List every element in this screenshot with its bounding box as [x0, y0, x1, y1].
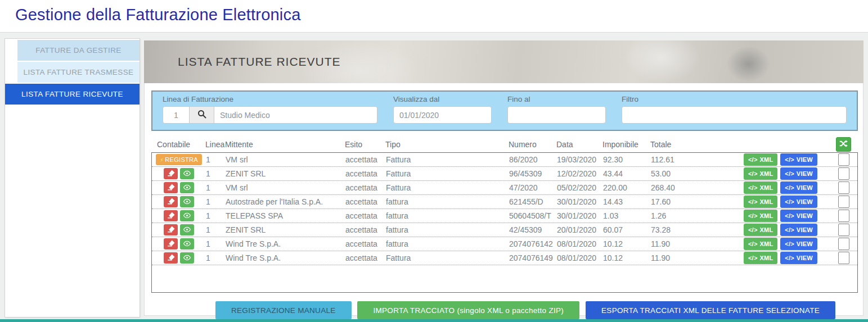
- col-header-esito: Esito: [345, 140, 385, 149]
- view-button[interactable]: </>VIEW: [780, 238, 817, 250]
- sidebar-item-lista-fatture-ricevute[interactable]: LISTA FATTURE RICEVUTE: [5, 84, 140, 105]
- row-checkbox[interactable]: [838, 153, 849, 166]
- view-button[interactable]: </>VIEW: [780, 167, 817, 180]
- delete-registration-button[interactable]: [164, 182, 178, 193]
- view-registration-button[interactable]: [180, 196, 194, 207]
- view-button[interactable]: </>VIEW: [780, 182, 817, 194]
- cell-totale: 268.40: [651, 183, 744, 192]
- registra-button[interactable]: ⚡ REGISTRA: [156, 154, 202, 165]
- code-icon: </>: [785, 170, 794, 177]
- delete-registration-button[interactable]: [164, 238, 178, 250]
- row-checkbox[interactable]: [838, 252, 849, 264]
- row-checkbox[interactable]: [838, 210, 849, 222]
- view-registration-button[interactable]: [180, 252, 194, 264]
- eye-icon: [183, 240, 191, 248]
- filter-from-group: Visualizza dal: [393, 95, 492, 124]
- date-from-input[interactable]: [393, 106, 492, 124]
- filter-text-label: Filtro: [622, 95, 847, 103]
- delete-registration-button[interactable]: [164, 252, 178, 264]
- cell-contabile: [152, 224, 206, 235]
- eraser-icon: [167, 240, 175, 248]
- cell-linea: 1: [206, 155, 226, 164]
- bottom-accent-bar: [0, 319, 868, 322]
- eye-icon: [183, 226, 191, 234]
- table-rows: ⚡ REGISTRA 1 VM srl accettata Fattura 86…: [152, 153, 857, 265]
- cell-actions: </>XML </>VIEW: [744, 224, 809, 236]
- view-registration-button[interactable]: [180, 238, 194, 250]
- view-button[interactable]: </>VIEW: [780, 210, 817, 222]
- sidebar-item-lista-fatture-trasmesse[interactable]: LISTA FATTURE TRASMESSE: [17, 62, 140, 83]
- cell-numero: 2074076149: [509, 253, 557, 262]
- delete-registration-button[interactable]: [164, 210, 178, 221]
- cell-tipo: fattura: [386, 239, 509, 248]
- row-checkbox[interactable]: [838, 238, 849, 250]
- xml-button[interactable]: </>XML: [744, 238, 777, 250]
- lightning-icon: ⚡: [160, 157, 164, 163]
- import-xml-button[interactable]: IMPORTA TRACCIATO (singolo XML o pacchet…: [357, 301, 579, 319]
- export-xml-button[interactable]: ESPORTA TRACCIATI XML DELLE FATTURE SELE…: [586, 301, 835, 319]
- cell-linea: 1: [206, 211, 226, 220]
- cell-imponibile: 14.43: [603, 197, 651, 206]
- xml-button[interactable]: </>XML: [744, 167, 777, 180]
- view-registration-button[interactable]: [180, 224, 194, 235]
- eye-icon: [183, 198, 191, 206]
- cell-totale: 1.26: [651, 211, 744, 220]
- xml-button[interactable]: </>XML: [744, 224, 777, 236]
- xml-button[interactable]: </>XML: [744, 252, 777, 264]
- view-registration-button[interactable]: [180, 210, 194, 221]
- delete-registration-button[interactable]: [164, 168, 178, 179]
- view-button-label: VIEW: [797, 184, 813, 191]
- delete-registration-button[interactable]: [164, 224, 178, 235]
- filter-to-label: Fino al: [507, 95, 606, 103]
- view-button[interactable]: </>VIEW: [780, 224, 817, 236]
- eye-icon: [183, 212, 191, 220]
- row-checkbox[interactable]: [838, 182, 849, 194]
- cell-imponibile: 60.07: [603, 225, 651, 234]
- xml-button[interactable]: </>XML: [744, 182, 777, 194]
- linea-name-input[interactable]: [214, 106, 377, 124]
- view-button-label: VIEW: [797, 212, 813, 219]
- xml-button[interactable]: </>XML: [744, 210, 777, 222]
- linea-code-input[interactable]: [163, 106, 190, 124]
- panel-content: Linea di Fatturazione Visualizza dal: [144, 83, 863, 316]
- code-icon: </>: [748, 241, 758, 247]
- view-button[interactable]: </>VIEW: [780, 252, 817, 264]
- cell-checkbox: [830, 153, 857, 166]
- main-layout: FATTURE DA GESTIRE LISTA FATTURE TRASMES…: [0, 33, 868, 319]
- shuffle-icon: [839, 140, 848, 149]
- row-checkbox[interactable]: [838, 167, 849, 180]
- xml-button[interactable]: </>XML: [744, 153, 777, 166]
- cell-imponibile: 10.12: [603, 253, 651, 262]
- cell-esito: accettata: [345, 183, 386, 192]
- sidebar-item-fatture-da-gestire[interactable]: FATTURE DA GESTIRE: [17, 40, 140, 61]
- row-checkbox[interactable]: [838, 224, 849, 236]
- code-icon: </>: [748, 212, 758, 219]
- cell-tipo: fattura: [386, 211, 509, 220]
- eraser-icon: [167, 212, 175, 220]
- view-button[interactable]: </>VIEW: [780, 153, 817, 166]
- cell-numero: 86/2020: [509, 155, 557, 164]
- code-icon: </>: [748, 184, 758, 191]
- manual-registration-button[interactable]: REGISTRAZIONE MANUALE: [215, 301, 352, 319]
- table-row: 1 VM srl accettata Fattura 47/2020 05/02…: [152, 181, 857, 195]
- view-registration-button[interactable]: [180, 168, 194, 179]
- row-checkbox[interactable]: [838, 196, 849, 208]
- date-to-input[interactable]: [507, 106, 606, 124]
- delete-registration-button[interactable]: [164, 196, 178, 207]
- cell-mittente: VM srl: [226, 155, 345, 164]
- toggle-selection-button[interactable]: [836, 137, 851, 152]
- xml-button[interactable]: </>XML: [744, 196, 777, 208]
- cell-numero: 2074076142: [509, 239, 557, 248]
- filter-text-input[interactable]: [622, 106, 847, 124]
- cell-actions: </>XML </>VIEW: [744, 167, 809, 180]
- cell-actions: </>XML </>VIEW: [744, 238, 809, 250]
- view-button[interactable]: </>VIEW: [780, 196, 817, 208]
- filter-linea-group: Linea di Fatturazione: [163, 95, 377, 124]
- cell-contabile: ⚡ REGISTRA: [152, 154, 206, 165]
- linea-search-button[interactable]: [190, 106, 214, 124]
- cell-checkbox: [830, 224, 857, 236]
- cell-data: 12/02/2020: [557, 169, 603, 178]
- view-registration-button[interactable]: [180, 182, 194, 193]
- table-row: 1 Wind Tre S.p.A. accettata fattura 2074…: [152, 237, 857, 251]
- cell-data: 20/01/2020: [557, 225, 603, 234]
